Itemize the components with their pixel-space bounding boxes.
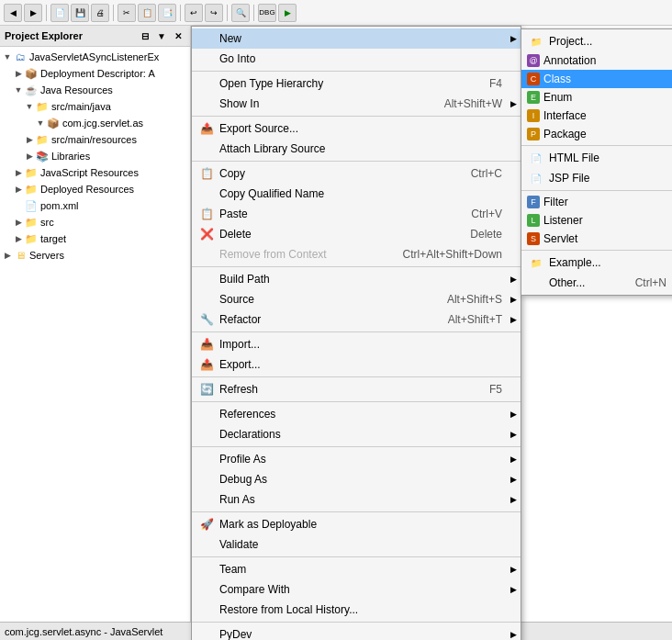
- menu-item-export[interactable]: 📤 Export...: [192, 354, 521, 375]
- arrow-icon: ▶: [510, 585, 517, 594]
- menu-item-remove-context[interactable]: Remove from Context Ctrl+Alt+Shift+Down: [192, 244, 521, 264]
- toolbar-btn-forward[interactable]: ▶: [24, 4, 42, 22]
- submenu-item-example[interactable]: 📁 Example...: [521, 253, 672, 273]
- toolbar-btn-undo[interactable]: ↩: [185, 4, 203, 22]
- menu-item-import[interactable]: 📥 Import...: [192, 334, 521, 354]
- toolbar-btn-debug[interactable]: DBG: [258, 4, 276, 22]
- menu-item-mark-deployable[interactable]: 🚀 Mark as Deployable: [192, 514, 521, 534]
- menu-label: Go Into: [219, 52, 502, 65]
- menu-label: New: [219, 32, 502, 45]
- menu-item-profile-as[interactable]: Profile As ▶: [192, 449, 521, 469]
- sidebar-collapse-btn[interactable]: ⊟: [138, 28, 152, 43]
- submenu-item-html[interactable]: 📄 HTML File: [521, 148, 672, 168]
- menu-item-copy[interactable]: 📋 Copy Ctrl+C: [192, 163, 521, 184]
- tree-item-src-main-java[interactable]: ▼ 📁 src/main/java: [0, 98, 190, 115]
- toolbar-btn-paste[interactable]: 📑: [158, 4, 176, 22]
- tree-item-libraries[interactable]: ▶ 📚 Libraries: [0, 148, 190, 164]
- tree-item-package[interactable]: ▼ 📦 com.jcg.servlet.as: [0, 115, 190, 131]
- shortcut-label: Ctrl+Alt+Shift+Down: [403, 248, 502, 261]
- submenu-item-jsp[interactable]: 📄 JSP File: [521, 168, 672, 188]
- menu-item-team[interactable]: Team ▶: [192, 559, 521, 579]
- toolbar-btn-copy[interactable]: 📋: [138, 4, 156, 22]
- filter-icon: F: [527, 196, 540, 208]
- toolbar-btn-new[interactable]: 📄: [50, 4, 69, 22]
- menu-item-pydev[interactable]: PyDev ▶: [192, 624, 521, 640]
- tree-item-js-resources[interactable]: ▶ 📁 JavaScript Resources: [0, 164, 190, 181]
- menu-item-copy-qualified[interactable]: Copy Qualified Name: [192, 184, 521, 204]
- toolbar-btn-search[interactable]: 🔍: [231, 4, 250, 22]
- menu-item-paste[interactable]: 📋 Paste Ctrl+V: [192, 204, 521, 224]
- menu-label: Copy Qualified Name: [219, 187, 502, 200]
- menu-label: PyDev: [219, 628, 502, 640]
- tree-item-deployed-resources[interactable]: ▶ 📁 Deployed Resources: [0, 181, 190, 197]
- shortcut-label: Ctrl+N: [635, 276, 666, 289]
- menu-item-compare-with[interactable]: Compare With ▶: [192, 579, 521, 600]
- submenu-item-project[interactable]: 📁 Project...: [521, 31, 672, 51]
- tree-item-deployment[interactable]: ▶ 📦 Deployment Descriptor: A: [0, 65, 190, 82]
- menu-item-declarations[interactable]: Declarations ▶: [192, 424, 521, 444]
- submenu-item-enum[interactable]: E Enum: [521, 88, 672, 107]
- menu-item-source[interactable]: Source Alt+Shift+S ▶: [192, 289, 521, 309]
- menu-item-restore-history[interactable]: Restore from Local History...: [192, 600, 521, 620]
- tree-item-pom[interactable]: 📄 pom.xml: [0, 197, 190, 214]
- sidebar-close-btn[interactable]: ✕: [171, 28, 185, 43]
- submenu-item-other[interactable]: Other... Ctrl+N: [521, 273, 672, 293]
- folder-icon: 📁: [35, 132, 50, 147]
- shortcut-label: Ctrl+V: [471, 208, 502, 220]
- menu-label: Paste: [219, 208, 453, 220]
- tree-item-project[interactable]: ▼ 🗂 JavaServletASyncListenerEx: [0, 49, 190, 65]
- tree-item-target[interactable]: ▶ 📁 target: [0, 230, 190, 247]
- toolbar-btn-cut[interactable]: ✂: [118, 4, 136, 22]
- menu-item-refactor[interactable]: 🔧 Refactor Alt+Shift+T ▶: [192, 309, 521, 330]
- menu-sep2: [192, 116, 521, 117]
- menu-item-validate[interactable]: Validate: [192, 534, 521, 555]
- submenu-item-annotation[interactable]: @ Annotation: [521, 51, 672, 70]
- menu-item-go-into[interactable]: Go Into: [192, 49, 521, 69]
- arrow-icon: ▶: [510, 275, 517, 284]
- menu-label: Class: [543, 73, 666, 85]
- tree-label: Servers: [29, 250, 64, 261]
- sidebar-header: Project Explorer ⊟ ▼ ✕: [0, 26, 190, 47]
- submenu-item-filter[interactable]: F Filter: [521, 193, 672, 211]
- menu-item-attach-library[interactable]: Attach Library Source: [192, 139, 521, 159]
- menu-item-open-type-hierarchy[interactable]: Open Type Hierarchy F4: [192, 73, 521, 94]
- menu-item-export-source[interactable]: 📤 Export Source...: [192, 118, 521, 139]
- toolbar-btn-save[interactable]: 💾: [71, 4, 89, 22]
- package-icon: P: [527, 128, 540, 140]
- menu-item-build-path[interactable]: Build Path ▶: [192, 269, 521, 289]
- menu-item-references[interactable]: References ▶: [192, 404, 521, 424]
- deployment-icon: 📦: [24, 66, 39, 81]
- menu-item-new[interactable]: New ▶ 📁 Project... @ Annotation C Class …: [192, 28, 521, 49]
- tree-label: src/main/java: [51, 101, 111, 112]
- menu-item-delete[interactable]: ❌ Delete Delete: [192, 224, 521, 244]
- sidebar-menu-btn[interactable]: ▼: [154, 28, 169, 43]
- tree-item-src-resources[interactable]: ▶ 📁 src/main/resources: [0, 131, 190, 148]
- menu-item-run-as[interactable]: Run As ▶: [192, 489, 521, 510]
- delete-icon: ❌: [197, 227, 216, 241]
- tree-item-servers[interactable]: ▶ 🖥 Servers: [0, 247, 190, 264]
- menu-item-refresh[interactable]: 🔄 Refresh F5: [192, 379, 521, 399]
- toolbar-btn-redo[interactable]: ↪: [205, 4, 223, 22]
- arrow-icon: ▶: [510, 315, 517, 324]
- source-icon: [197, 292, 216, 307]
- submenu-item-listener[interactable]: L Listener: [521, 211, 672, 230]
- submenu-item-package[interactable]: P Package: [521, 125, 672, 143]
- annotation-icon: @: [527, 54, 540, 67]
- toolbar-btn-print[interactable]: 🖨: [91, 4, 109, 22]
- tree-item-src[interactable]: ▶ 📁 src: [0, 214, 190, 230]
- package-icon: 📦: [46, 116, 61, 130]
- submenu-item-class[interactable]: C Class: [521, 70, 672, 88]
- menu-sep11: [192, 622, 521, 623]
- arrow-icon: ▶: [510, 410, 517, 419]
- menu-item-debug-as[interactable]: Debug As ▶: [192, 469, 521, 489]
- tree-item-java-resources[interactable]: ▼ ☕ Java Resources: [0, 82, 190, 98]
- menu-item-show-in[interactable]: Show In Alt+Shift+W ▶: [192, 94, 521, 114]
- tree-label: src: [40, 217, 54, 228]
- arrow-icon: ▶: [510, 99, 517, 108]
- toolbar-btn-back[interactable]: ◀: [4, 4, 22, 22]
- toolbar-btn-run[interactable]: ▶: [278, 4, 297, 22]
- submenu-item-servlet[interactable]: S Servlet: [521, 230, 672, 248]
- shortcut-label: Alt+Shift+S: [447, 293, 502, 306]
- toolbar: ◀ ▶ 📄 💾 🖨 ✂ 📋 📑 ↩ ↪ 🔍 DBG ▶: [0, 0, 672, 26]
- submenu-item-interface[interactable]: I Interface: [521, 107, 672, 125]
